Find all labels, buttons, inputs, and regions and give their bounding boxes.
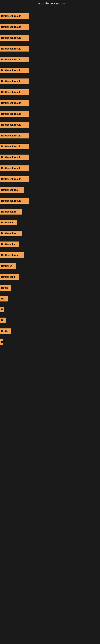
bottleneck-bar[interactable]: Bottleneck result (0, 68, 29, 73)
bottleneck-bar[interactable]: Bottleneck resu (0, 252, 24, 258)
bar-row: Bottleneck result (0, 56, 100, 63)
bar-row: Bottleneck resu (0, 252, 100, 258)
bar-row: Bottleneck result (0, 143, 100, 150)
bar-row: Bot (0, 296, 100, 302)
bottleneck-bar[interactable]: Bot (0, 296, 8, 302)
bottleneck-bar[interactable]: Bottleneck r (0, 274, 19, 280)
bar-row: Bottle (0, 284, 100, 291)
bar-row: Bottleneck result (0, 198, 100, 204)
bar-row: Bottleneck (0, 219, 100, 226)
bottleneck-bar[interactable]: Bottleneck result (0, 176, 29, 182)
bar-row: Bottleneck result (0, 34, 100, 41)
bar-row: Bottleneck result (0, 24, 100, 30)
bottleneck-bar[interactable]: Bottleneck result (0, 154, 29, 160)
site-title: TheBottlenecker.com (0, 0, 100, 7)
bottleneck-bar[interactable]: Bottleneck result (0, 166, 29, 171)
bottleneck-bar[interactable]: Bottleneck result (0, 122, 29, 128)
site-title-text: TheBottlenecker.com (35, 2, 65, 5)
bottleneck-bar[interactable]: Bo (0, 318, 6, 323)
bottleneck-bar[interactable]: Bottleneck r (0, 242, 19, 247)
bar-row: Bottleneck re (0, 208, 100, 215)
bar-row: Bottleneck result (0, 132, 100, 139)
bottleneck-bar[interactable]: Bottleneck result (0, 13, 29, 19)
bottleneck-bar[interactable]: Bottleneck res (0, 187, 24, 193)
bottleneck-bar[interactable]: Bottleneck result (0, 78, 29, 84)
bottleneck-bar[interactable]: Bottleneck result (0, 144, 29, 149)
bar-row: Bottle (0, 328, 100, 334)
bar-row: Bottleneck result (0, 165, 100, 172)
bottleneck-bar[interactable]: Bottleneck result (0, 198, 29, 204)
bar-row: Bottleneck result (0, 89, 100, 96)
bottleneck-bar[interactable]: Bottlenec (0, 263, 16, 269)
bottleneck-bar[interactable]: B (0, 307, 3, 312)
bar-row: Bottleneck r (0, 241, 100, 248)
bar-row: Bottleneck result (0, 111, 100, 117)
bar-row: Bottleneck re (0, 230, 100, 237)
bar-row: Bottleneck result (0, 67, 100, 74)
bar-row: Bottleneck result (0, 176, 100, 182)
bar-row: Bottleneck res (0, 187, 100, 193)
bar-row: B (0, 306, 100, 313)
bottleneck-bar[interactable]: B (0, 339, 3, 345)
bottleneck-bar[interactable]: Bottleneck re (0, 231, 22, 236)
bottleneck-bar[interactable]: Bottleneck result (0, 89, 29, 95)
bar-row: Bottleneck result (0, 100, 100, 106)
bar-row: Bottleneck result (0, 46, 100, 52)
bottleneck-bar[interactable]: Bottleneck result (0, 57, 29, 62)
bottleneck-bar[interactable]: Bottleneck re (0, 209, 22, 214)
bar-row: Bottleneck result (0, 13, 100, 19)
bar-row: Bo (0, 317, 100, 324)
bar-row: Bottleneck r (0, 274, 100, 280)
bottleneck-bar[interactable]: Bottleneck result (0, 111, 29, 117)
bottleneck-bar[interactable]: Bottle (0, 285, 11, 290)
bottleneck-bar[interactable]: Bottle (0, 328, 11, 334)
bar-row: Bottlenec (0, 263, 100, 269)
bottleneck-bar[interactable]: Bottleneck result (0, 100, 29, 106)
bottleneck-bar[interactable]: Bottleneck result (0, 46, 29, 52)
bar-row: Bottleneck result (0, 78, 100, 84)
bottleneck-bar[interactable]: Bottleneck result (0, 24, 29, 30)
bars-container: Bottleneck resultBottleneck resultBottle… (0, 7, 100, 348)
bar-row: Bottleneck result (0, 122, 100, 128)
bottleneck-bar[interactable]: Bottleneck result (0, 35, 29, 41)
bar-row: B (0, 339, 100, 345)
bottleneck-bar[interactable]: Bottleneck result (0, 133, 29, 138)
bottleneck-bar[interactable]: Bottleneck (0, 220, 17, 226)
bar-row: Bottleneck result (0, 154, 100, 160)
